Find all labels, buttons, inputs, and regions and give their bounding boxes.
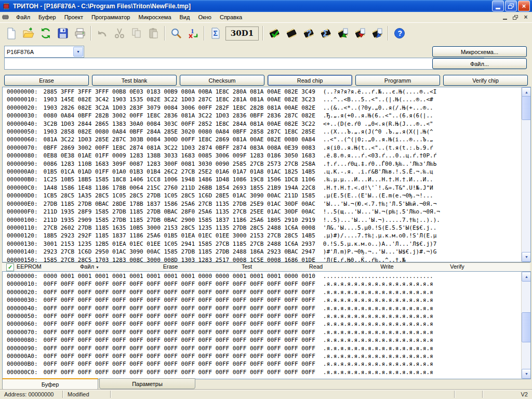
eeprom-column-erase[interactable]: Erase xyxy=(163,263,178,270)
chevron-down-icon: ▼ xyxy=(96,265,99,269)
read-chip-button[interactable]: Read chip xyxy=(268,75,352,86)
tab-parameters[interactable]: Параметры xyxy=(99,378,195,389)
svg-text:Σ: Σ xyxy=(323,29,328,38)
programm-button[interactable]: Programm xyxy=(355,75,440,86)
minimize-button[interactable] xyxy=(492,1,504,11)
flash-hex-row: 00000090:0086 1283 110B 1683 309F 0087 1… xyxy=(7,160,521,168)
test-blank-button[interactable]: Test blank xyxy=(92,75,177,86)
eeprom-file-menu[interactable]: Файл▼ xyxy=(80,263,99,270)
scroll-thumb[interactable] xyxy=(522,312,531,342)
scroll-down-icon[interactable]: ▼ xyxy=(522,252,531,262)
close-button[interactable]: × xyxy=(518,1,530,11)
eeprom-column-read[interactable]: Read xyxy=(309,263,323,270)
mdi-system-chip-icon[interactable] xyxy=(2,14,10,21)
toolbar-separator xyxy=(164,26,165,41)
menu-item[interactable]: Программатор xyxy=(87,12,135,22)
reload-file-button[interactable] xyxy=(37,25,54,42)
flash-hex-row: 00000030:0080 0A84 0BFF 282B 3002 00FF 1… xyxy=(7,112,521,119)
menu-bar: ФайлБуферПроектПрограмматорМикросхемаВид… xyxy=(0,12,532,22)
eeprom-column-verify[interactable]: Verify xyxy=(450,263,464,270)
write-chip-button[interactable] xyxy=(351,25,368,42)
scroll-up-icon[interactable]: ▲ xyxy=(522,272,531,282)
file-select[interactable]: ▼ xyxy=(4,58,484,70)
new-file-button[interactable] xyxy=(3,25,20,42)
hex-words: 211D 1935 2909 1585 27DB 1185 27DB 0BAC … xyxy=(44,217,315,223)
checksum-chip-button[interactable]: Σ xyxy=(317,25,334,42)
hex-words: 01B5 01CA 01AD 01FF 01A0 01B3 01B4 26C2 … xyxy=(44,168,315,175)
chip-select[interactable]: P16F876A ▼ xyxy=(4,46,84,58)
goto-address-button[interactable]: 1 xyxy=(184,25,202,42)
hex-address: 00000070: xyxy=(7,329,38,336)
scroll-down-icon[interactable]: ▼ xyxy=(522,369,531,379)
read-chip-button[interactable] xyxy=(334,25,351,42)
search-button[interactable] xyxy=(167,25,184,42)
help-button[interactable]: ? xyxy=(391,25,408,42)
status-separator xyxy=(454,391,455,398)
eeprom-checkbox[interactable]: ✓ xyxy=(6,263,14,271)
erase-button[interactable]: Erase xyxy=(4,75,89,86)
flash-scrollbar[interactable]: ▲ ▼ xyxy=(521,87,530,262)
restore-button[interactable] xyxy=(505,1,517,11)
menu-item[interactable]: Справка xyxy=(216,12,246,22)
toolbar-separator xyxy=(204,26,205,41)
hex-ascii: .µ)#)/....7.†‰¦.µ.к.м.о0.!S'Л(Е.µ xyxy=(323,232,437,239)
flash-hex-row: 00000050:1903 2858 082E 0080 0A84 0BFF 2… xyxy=(7,128,521,136)
hex-address: 00000090: xyxy=(7,345,38,352)
save-file-button[interactable] xyxy=(54,25,71,42)
status-modified: Modified xyxy=(63,391,110,397)
eeprom-hex-row: 00000000:0000 0001 0001 0001 0001 0001 0… xyxy=(7,272,521,280)
hex-words: 18B5 2923 292F 1185 1837 1186 25A6 01B5 … xyxy=(44,232,315,239)
hex-words: 1C25 10B5 18B5 1585 18C8 1406 1CC8 1006 … xyxy=(44,176,315,183)
open-file-button[interactable] xyxy=(20,25,37,42)
chip-button[interactable] xyxy=(283,25,300,42)
eeprom-scrollbar[interactable]: ▲ ▼ xyxy=(521,272,530,379)
mdi-restore-button[interactable] xyxy=(511,14,520,21)
undo-button xyxy=(94,25,111,42)
menu-item[interactable]: Вид xyxy=(176,12,194,22)
checksum-button[interactable]: Checksum xyxy=(180,75,264,86)
hex-ascii: .я.я.я.я.я.я.я.я.я.я.я.я.я.я.я.я xyxy=(323,321,433,327)
eeprom-column-test[interactable]: Test xyxy=(242,263,252,270)
checksum-chip-icon: Σ xyxy=(320,27,332,39)
restore-icon xyxy=(508,4,514,9)
test-chip-button[interactable]: ? xyxy=(300,25,317,42)
checksum-button[interactable]: Σ xyxy=(207,25,224,42)
hex-words: 0086 1283 110B 1683 309F 0087 1283 300F … xyxy=(44,161,315,167)
mdi-minimize-button[interactable] xyxy=(501,14,509,21)
verify-chip-button[interactable]: Verify chip xyxy=(443,75,528,86)
paste-button xyxy=(145,25,162,42)
microchip-button[interactable]: Микросхема... xyxy=(432,46,527,57)
eeprom-column-write[interactable]: Write xyxy=(380,263,393,270)
app-window: ТРИТОН - [P16F876A - C:\Program Files\Tr… xyxy=(0,0,532,399)
flash-hex-panel[interactable]: 00000000:2885 3FFF 3FFF 3FFF 00B8 0E03 0… xyxy=(2,87,531,262)
hex-words: 00FF 00FF 00FF 00FF 00FF 00FF 00FF 00FF … xyxy=(44,321,315,327)
menu-item[interactable]: Файл xyxy=(12,12,34,22)
file-button[interactable]: Файл... xyxy=(432,58,527,69)
mdi-close-button[interactable]: × xyxy=(522,14,530,21)
scroll-thumb[interactable] xyxy=(522,96,531,120)
flash-hex-row: 00000080:0EB8 0E38 01AE 01FF 0009 1283 1… xyxy=(7,152,521,159)
flash-hex-row: 00000120:18B5 2923 292F 1185 1837 1186 2… xyxy=(7,232,521,240)
menu-item[interactable]: Окно xyxy=(194,12,216,22)
flash-hex-row: 00000040:3C2B 1D03 2844 2865 1383 30A0 0… xyxy=(7,120,521,128)
print-button[interactable] xyxy=(71,25,88,42)
hex-words: 3001 2153 1235 12B5 01EA 01EC 01EE 1C05 … xyxy=(44,241,315,247)
flash-hex-row: 00000060:081A 3C22 1D03 285E 287C 303B 0… xyxy=(7,136,521,143)
hex-address: 000000D0: xyxy=(7,192,38,199)
flash-hex-row: 00000100:211D 1935 2909 1585 27DB 1185 2… xyxy=(7,216,521,224)
compare-chip-button[interactable] xyxy=(368,25,385,42)
tab-buffer[interactable]: Буфер xyxy=(2,378,98,390)
hex-ascii: 'Л&.'Ы....5.µ0.!S(Е.5.5'Ы(Е$€.j.. xyxy=(323,224,437,231)
chevron-down-icon[interactable]: ▼ xyxy=(73,47,83,57)
hex-ascii: <+..(D(е.ŕ0 .„0<.я(R.Њ(J...®..<" xyxy=(323,121,433,127)
verify-ok-chip-button[interactable] xyxy=(265,25,283,42)
hex-ascii: 0.!S.5.µ.к.м.о..)А..'Л...'Л$€.j)7 xyxy=(323,241,437,247)
hex-address: 00000040: xyxy=(7,121,38,127)
eeprom-hex-row: 00000010:00FF 00FF 00FF 00FF 00FF 00FF 0… xyxy=(7,280,521,288)
flash-hex-row: 000000D0:1CB5 28C5 1A35 28C5 1C05 28C5 2… xyxy=(7,192,521,200)
menu-item[interactable]: Буфер xyxy=(34,12,60,22)
eeprom-hex-panel[interactable]: 00000000:0000 0001 0001 0001 0001 0001 0… xyxy=(2,271,531,379)
menu-item[interactable]: Микросхема xyxy=(134,12,175,22)
eeprom-hex-row: 00000060:00FF 00FF 00FF 00FF 00FF 00FF 0… xyxy=(7,320,521,328)
menu-item[interactable]: Проект xyxy=(60,12,87,22)
